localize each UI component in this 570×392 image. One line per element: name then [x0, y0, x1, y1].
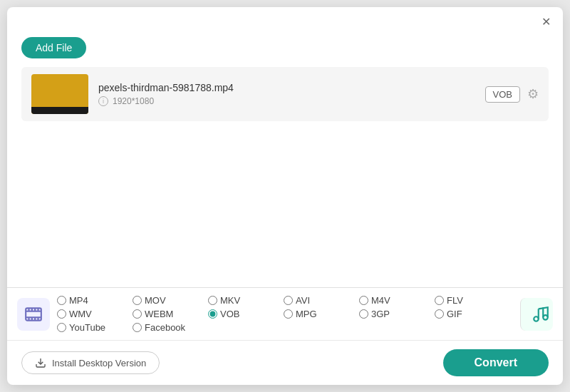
format-option-facebook[interactable]: Facebook	[133, 322, 208, 333]
format-radio-webm[interactable]	[133, 309, 142, 319]
file-thumbnail	[31, 74, 88, 114]
film-icon	[24, 305, 43, 324]
main-window: ✕ Add File pexels-thirdman-5981788.mp4 i…	[7, 7, 563, 385]
audio-format-icon-box[interactable]	[520, 298, 553, 331]
file-name: pexels-thirdman-5981788.mp4	[98, 82, 475, 93]
svg-point-14	[543, 315, 548, 320]
file-meta: i 1920*1080	[98, 96, 475, 106]
spacer	[21, 121, 549, 287]
format-option-vob[interactable]: VOB	[208, 309, 284, 319]
install-desktop-button[interactable]: Install Desktop Version	[21, 351, 160, 374]
file-resolution: 1920*1080	[113, 96, 154, 106]
add-file-button[interactable]: Add File	[21, 37, 86, 58]
format-radio-m4v[interactable]	[359, 296, 368, 305]
format-radio-gif[interactable]	[435, 309, 444, 319]
file-list: pexels-thirdman-5981788.mp4 i 1920*1080 …	[21, 67, 549, 121]
format-option-webm[interactable]: WEBM	[133, 309, 208, 319]
format-options: MP4 MOV MKV AVI M4V FLV WMV WEBM	[57, 295, 510, 333]
music-icon	[532, 305, 550, 324]
format-option-wmv[interactable]: WMV	[57, 309, 133, 319]
content-area: Add File pexels-thirdman-5981788.mp4 i 1…	[7, 31, 563, 287]
format-radio-3gp[interactable]	[359, 309, 368, 319]
format-option-flv[interactable]: FLV	[435, 295, 510, 306]
format-radio-avi[interactable]	[284, 296, 293, 305]
close-button[interactable]: ✕	[539, 14, 553, 29]
svg-point-13	[534, 316, 539, 321]
format-option-mov[interactable]: MOV	[133, 295, 208, 306]
format-radio-youtube[interactable]	[57, 323, 66, 332]
format-option-mpg[interactable]: MPG	[284, 309, 359, 319]
bottom-bar: Install Desktop Version Convert	[7, 340, 563, 385]
format-option-mp4[interactable]: MP4	[57, 295, 133, 306]
format-radio-vob[interactable]	[208, 309, 217, 319]
install-label: Install Desktop Version	[52, 358, 146, 368]
format-radio-mpg[interactable]	[284, 309, 293, 319]
convert-button[interactable]: Convert	[443, 349, 549, 376]
file-item: pexels-thirdman-5981788.mp4 i 1920*1080 …	[21, 67, 549, 121]
file-info: pexels-thirdman-5981788.mp4 i 1920*1080	[98, 82, 475, 106]
format-option-youtube[interactable]: YouTube	[57, 322, 133, 333]
file-actions: VOB ⚙	[485, 86, 539, 103]
settings-icon[interactable]: ⚙	[527, 86, 539, 102]
format-radio-mkv[interactable]	[208, 296, 217, 305]
info-icon: i	[98, 96, 108, 106]
format-option-mkv[interactable]: MKV	[208, 295, 284, 306]
format-panel: MP4 MOV MKV AVI M4V FLV WMV WEBM	[7, 287, 563, 340]
format-badge[interactable]: VOB	[485, 86, 520, 103]
format-option-3gp[interactable]: 3GP	[359, 309, 435, 319]
format-option-gif[interactable]: GIF	[435, 309, 510, 319]
format-option-avi[interactable]: AVI	[284, 295, 359, 306]
format-option-m4v[interactable]: M4V	[359, 295, 435, 306]
download-icon	[35, 357, 46, 368]
video-format-icon-box[interactable]	[17, 298, 50, 331]
format-radio-flv[interactable]	[435, 296, 444, 305]
format-radio-mov[interactable]	[133, 296, 142, 305]
format-radio-wmv[interactable]	[57, 309, 66, 319]
title-bar: ✕	[7, 7, 563, 31]
format-radio-facebook[interactable]	[133, 323, 142, 332]
format-radio-mp4[interactable]	[57, 296, 66, 305]
